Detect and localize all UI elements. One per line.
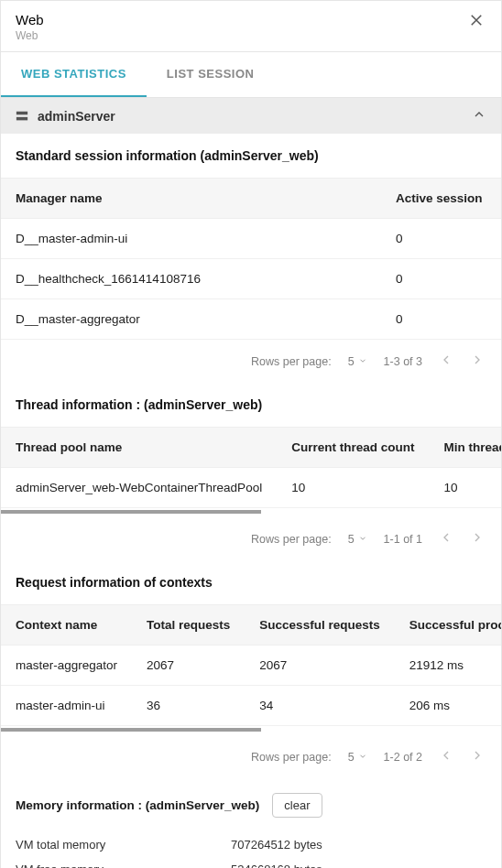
accordion-content: Standard session information (adminServe… xyxy=(1,134,501,868)
memory-key: VM total memory xyxy=(16,838,231,852)
rows-per-page-label: Rows per page: xyxy=(251,751,332,764)
rows-per-page-select[interactable]: 5 xyxy=(348,533,367,546)
table-row: master-admin-ui 36 34 206 ms xyxy=(1,686,501,726)
next-page-button[interactable] xyxy=(470,748,485,765)
cell-time: 21912 ms xyxy=(395,646,501,686)
page-range: 1-1 of 1 xyxy=(384,533,422,546)
page-range: 1-3 of 3 xyxy=(384,355,422,368)
request-table-wrap: Context name Total requests Successful r… xyxy=(1,604,501,735)
thread-pager: Rows per page: 5 1-1 of 1 xyxy=(1,517,501,560)
memory-value: 534668168 bytes xyxy=(231,863,322,868)
close-button[interactable] xyxy=(466,12,486,32)
rows-per-page-label: Rows per page: xyxy=(251,533,332,546)
close-icon xyxy=(468,10,485,33)
table-row: D__master-admin-ui 0 xyxy=(1,219,501,259)
cell-time: 206 ms xyxy=(395,686,501,726)
cell-manager-name: D__healthcheck_1661414108716 xyxy=(1,259,381,299)
server-accordion-header[interactable]: adminServer xyxy=(1,98,501,134)
horizontal-scrollbar[interactable] xyxy=(1,728,261,732)
col-thread-pool: Thread pool name xyxy=(1,428,277,468)
caret-down-icon xyxy=(358,751,367,764)
col-min-thread: Min thread count xyxy=(429,428,501,468)
col-processing-time: Successful processing time xyxy=(395,605,501,646)
cell-manager-name: D__master-aggregator xyxy=(1,299,381,340)
cell-manager-name: D__master-admin-ui xyxy=(1,219,381,259)
chevron-up-icon xyxy=(472,107,486,125)
cell-total: 2067 xyxy=(132,646,245,686)
memory-row: VM free memory 534668168 bytes xyxy=(1,857,501,868)
prev-page-button[interactable] xyxy=(439,353,453,370)
tab-list-session[interactable]: LIST SESSION xyxy=(147,52,275,97)
server-icon xyxy=(16,110,28,123)
caret-down-icon xyxy=(358,355,367,368)
cell-ctx: master-aggregator xyxy=(1,646,132,686)
next-page-button[interactable] xyxy=(470,353,485,370)
memory-row: VM total memory 707264512 bytes xyxy=(1,832,501,857)
memory-value: 707264512 bytes xyxy=(231,838,322,852)
rows-per-page-select[interactable]: 5 xyxy=(348,751,367,764)
cell-active: 0 xyxy=(381,299,501,340)
cell-cur: 10 xyxy=(277,468,429,508)
table-row: D__healthcheck_1661414108716 0 xyxy=(1,259,501,299)
rows-per-page-select[interactable]: 5 xyxy=(348,355,367,368)
horizontal-scrollbar[interactable] xyxy=(1,510,261,514)
cell-succ: 2067 xyxy=(245,646,394,686)
session-section-title: Standard session information (adminServe… xyxy=(1,134,501,178)
web-panel: Web Web WEB STATISTICS LIST SESSION admi… xyxy=(0,0,502,868)
thread-table-wrap: Thread pool name Current thread count Mi… xyxy=(1,427,501,517)
page-range: 1-2 of 2 xyxy=(384,751,422,764)
svg-rect-1 xyxy=(16,116,27,120)
memory-section-title: Memory information : (adminServer_web) xyxy=(16,798,259,812)
rows-per-page-label: Rows per page: xyxy=(251,355,332,368)
col-context-name: Context name xyxy=(1,605,132,646)
col-successful-requests: Successful requests xyxy=(245,605,394,646)
tab-bar: WEB STATISTICS LIST SESSION xyxy=(1,51,501,98)
svg-rect-0 xyxy=(16,111,27,114)
table-row: D__master-aggregator 0 xyxy=(1,299,501,340)
cell-min: 10 xyxy=(429,468,501,508)
next-page-button[interactable] xyxy=(470,530,485,548)
tab-web-statistics[interactable]: WEB STATISTICS xyxy=(1,52,147,97)
session-table: Manager name Active session D__master-ad… xyxy=(1,178,501,340)
memory-section-header: Memory information : (adminServer_web) c… xyxy=(1,778,501,832)
cell-pool: adminServer_web-WebContainerThreadPool xyxy=(1,468,277,508)
cell-ctx: master-admin-ui xyxy=(1,686,132,726)
page-title: Web xyxy=(16,12,466,27)
table-row: adminServer_web-WebContainerThreadPool 1… xyxy=(1,468,501,508)
header-titles: Web Web xyxy=(16,12,466,42)
table-row: master-aggregator 2067 2067 21912 ms xyxy=(1,646,501,686)
caret-down-icon xyxy=(358,533,367,546)
panel-header: Web Web xyxy=(1,1,501,51)
session-pager: Rows per page: 5 1-3 of 3 xyxy=(1,340,501,383)
request-section-title: Request information of contexts xyxy=(1,560,501,604)
thread-table: Thread pool name Current thread count Mi… xyxy=(1,427,501,508)
col-total-requests: Total requests xyxy=(132,605,245,646)
request-table: Context name Total requests Successful r… xyxy=(1,604,501,726)
cell-succ: 34 xyxy=(245,686,394,726)
col-active-session: Active session xyxy=(381,179,501,219)
cell-total: 36 xyxy=(132,686,245,726)
prev-page-button[interactable] xyxy=(439,748,453,765)
cell-active: 0 xyxy=(381,259,501,299)
cell-active: 0 xyxy=(381,219,501,259)
memory-key: VM free memory xyxy=(16,863,231,868)
page-subtitle: Web xyxy=(16,29,466,42)
col-manager-name: Manager name xyxy=(1,179,381,219)
server-name: adminServer xyxy=(38,109,115,124)
thread-section-title: Thread information : (adminServer_web) xyxy=(1,383,501,427)
request-pager: Rows per page: 5 1-2 of 2 xyxy=(1,735,501,778)
clear-button[interactable]: clear xyxy=(272,793,322,818)
col-current-thread: Current thread count xyxy=(277,428,429,468)
prev-page-button[interactable] xyxy=(439,530,453,548)
